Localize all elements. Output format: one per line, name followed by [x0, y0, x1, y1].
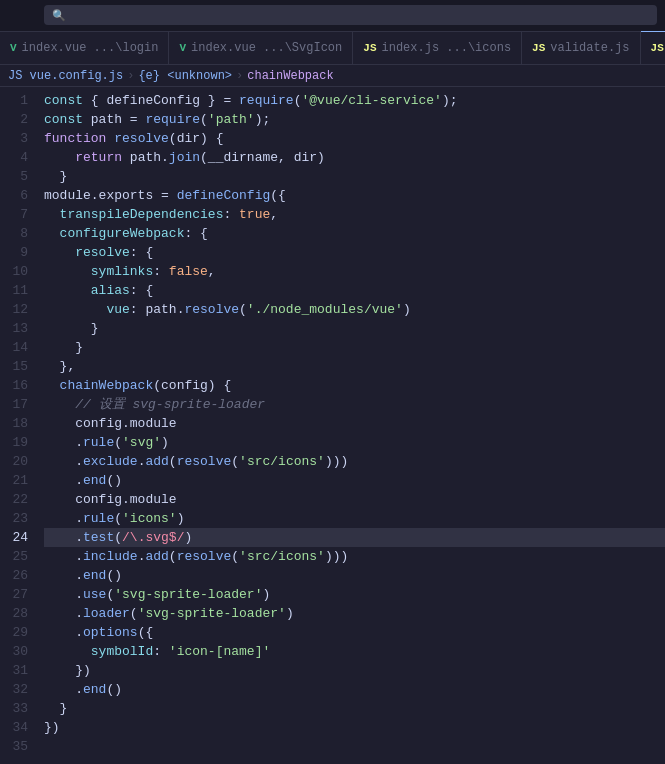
plain-token: (config) {: [153, 378, 231, 393]
plain-token: (: [200, 112, 208, 127]
line-number: 3: [0, 129, 28, 148]
line-number: 11: [0, 281, 28, 300]
method-token: end: [83, 568, 106, 583]
plain-token: .: [44, 511, 83, 526]
fn-token: resolve: [177, 454, 232, 469]
method-token: resolve: [184, 302, 239, 317]
code-line: const path = require('path');: [44, 110, 665, 129]
method-token: exclude: [83, 454, 138, 469]
line-number: 30: [0, 642, 28, 661]
plain-token: : path.: [130, 302, 185, 317]
line-number: 12: [0, 300, 28, 319]
line-number: 29: [0, 623, 28, 642]
tab-name: index.vue ...\SvgIcon: [191, 41, 342, 55]
plain-token: ))): [325, 454, 348, 469]
plain-token: (: [114, 511, 122, 526]
plain-token: :: [223, 207, 239, 222]
plain-token: (): [106, 473, 122, 488]
method-token: use: [83, 587, 106, 602]
plain-token: (: [231, 454, 239, 469]
line-number: 7: [0, 205, 28, 224]
plain-token: (__dirname, dir): [200, 150, 325, 165]
plain-token: (: [169, 549, 177, 564]
plain-token: }: [44, 321, 99, 336]
plain-token: [44, 644, 91, 659]
line-number: 15: [0, 357, 28, 376]
breadcrumb: JS vue.config.js›{e} <unknown>›chainWebp…: [0, 65, 665, 87]
plain-token: [44, 283, 91, 298]
str-token: 'path': [208, 112, 255, 127]
plain-token: [44, 150, 75, 165]
bool-token: true: [239, 207, 270, 222]
plain-token: (: [239, 302, 247, 317]
code-line: }: [44, 167, 665, 186]
plain-token: ,: [270, 207, 278, 222]
plain-token: [44, 207, 60, 222]
breadcrumb-separator: ›: [236, 69, 243, 83]
search-bar[interactable]: 🔍: [44, 5, 657, 25]
line-number: 4: [0, 148, 28, 167]
method-token: options: [83, 625, 138, 640]
code-line: module.exports = defineConfig({: [44, 186, 665, 205]
str-token: '@vue/cli-service': [301, 93, 441, 108]
plain-token: [44, 378, 60, 393]
line-number: 6: [0, 186, 28, 205]
code-line: }): [44, 718, 665, 737]
plain-token: .: [44, 549, 83, 564]
line-number: 5: [0, 167, 28, 186]
line-number: 23: [0, 509, 28, 528]
code-line: transpileDependencies: true,: [44, 205, 665, 224]
line-number: 27: [0, 585, 28, 604]
kw-token: function: [44, 131, 106, 146]
plain-token: ): [184, 530, 192, 545]
tab-tab2[interactable]: Vindex.vue ...\SvgIcon: [169, 31, 353, 64]
code-line: .end(): [44, 680, 665, 699]
plain-token: (: [114, 530, 122, 545]
line-number: 21: [0, 471, 28, 490]
key-token: vue: [106, 302, 129, 317]
plain-token: ): [161, 435, 169, 450]
js-icon: JS: [363, 42, 376, 54]
plain-token: .: [44, 682, 83, 697]
search-icon: 🔍: [52, 9, 66, 22]
plain-token: );: [442, 93, 458, 108]
line-number: 33: [0, 699, 28, 718]
str-token: './node_modules/vue': [247, 302, 403, 317]
plain-token: .: [44, 473, 83, 488]
plain-token: }: [44, 701, 67, 716]
code-line: [44, 737, 665, 756]
editor: 1234567891011121314151617181920212223242…: [0, 87, 665, 764]
code-line: chainWebpack(config) {: [44, 376, 665, 395]
plain-token: ): [403, 302, 411, 317]
method-token: rule: [83, 511, 114, 526]
code-line: config.module: [44, 414, 665, 433]
code-line: .include.add(resolve('src/icons'))): [44, 547, 665, 566]
plain-token: ): [177, 511, 185, 526]
code-line: resolve: {: [44, 243, 665, 262]
line-number: 10: [0, 262, 28, 281]
plain-token: ({: [138, 625, 154, 640]
fn-token: chainWebpack: [60, 378, 154, 393]
tab-tab4[interactable]: JSvalidate.js: [522, 31, 640, 64]
vue-icon: V: [10, 42, 17, 54]
kw2-token: const: [44, 93, 83, 108]
plain-token: : {: [130, 283, 153, 298]
plain-token: path =: [83, 112, 145, 127]
tab-tab1[interactable]: Vindex.vue ...\login: [0, 31, 169, 64]
plain-token: .: [44, 530, 83, 545]
plain-token: (: [130, 606, 138, 621]
plain-token: [44, 245, 75, 260]
str-token: 'svg-sprite-loader': [138, 606, 286, 621]
str-token: 'src/icons': [239, 549, 325, 564]
tab-tab3[interactable]: JSindex.js ...\icons: [353, 31, 522, 64]
key-token: configureWebpack: [60, 226, 185, 241]
line-number: 8: [0, 224, 28, 243]
tab-name: validate.js: [550, 41, 629, 55]
line-number: 35: [0, 737, 28, 756]
plain-token: }: [44, 169, 67, 184]
bool-token: false: [169, 264, 208, 279]
method-token: test: [83, 530, 114, 545]
code-line: .use('svg-sprite-loader'): [44, 585, 665, 604]
line-number: 2: [0, 110, 28, 129]
tab-tab5[interactable]: JSvue.confi: [641, 31, 665, 64]
